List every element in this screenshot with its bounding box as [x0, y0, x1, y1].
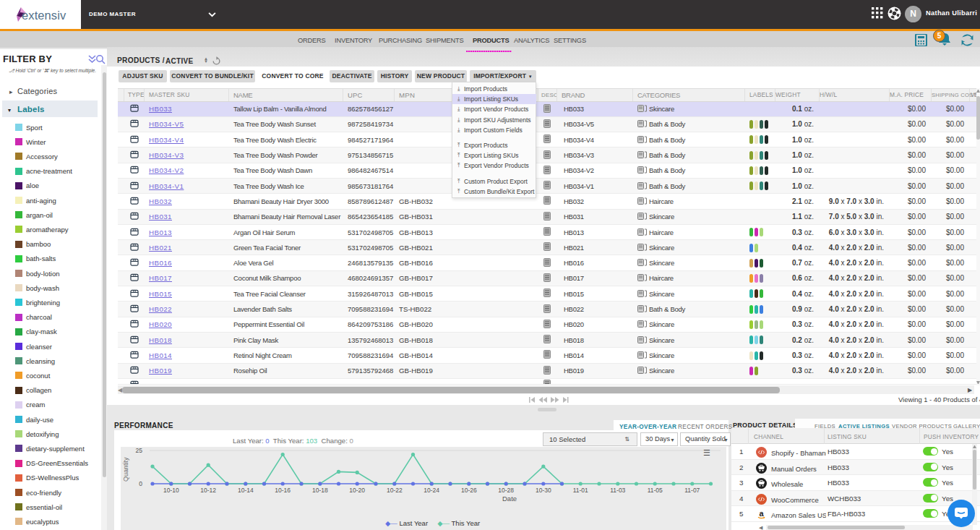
svg-text:10-18: 10-18 — [312, 487, 328, 494]
svg-text:11-03: 11-03 — [610, 487, 625, 494]
svg-text:10-12: 10-12 — [200, 487, 216, 494]
svg-text:10-16: 10-16 — [275, 487, 291, 494]
svg-text:11-01: 11-01 — [573, 487, 588, 494]
svg-text:11-07: 11-07 — [684, 487, 700, 494]
svg-text:10-20: 10-20 — [349, 487, 365, 494]
svg-text:11-05: 11-05 — [648, 487, 663, 494]
svg-text:10-26: 10-26 — [461, 487, 477, 494]
svg-text:10-30: 10-30 — [536, 487, 551, 494]
svg-text:extensiv: extensiv — [22, 9, 66, 22]
svg-text:10-22: 10-22 — [387, 487, 403, 494]
svg-text:10-10: 10-10 — [163, 487, 179, 494]
svg-text:10-28: 10-28 — [498, 487, 514, 494]
svg-text:a: a — [759, 509, 764, 518]
svg-text:10-24: 10-24 — [424, 487, 439, 494]
svg-text:10-14: 10-14 — [238, 487, 254, 494]
svg-text:0: 0 — [139, 480, 142, 487]
svg-text:25: 25 — [136, 447, 143, 454]
